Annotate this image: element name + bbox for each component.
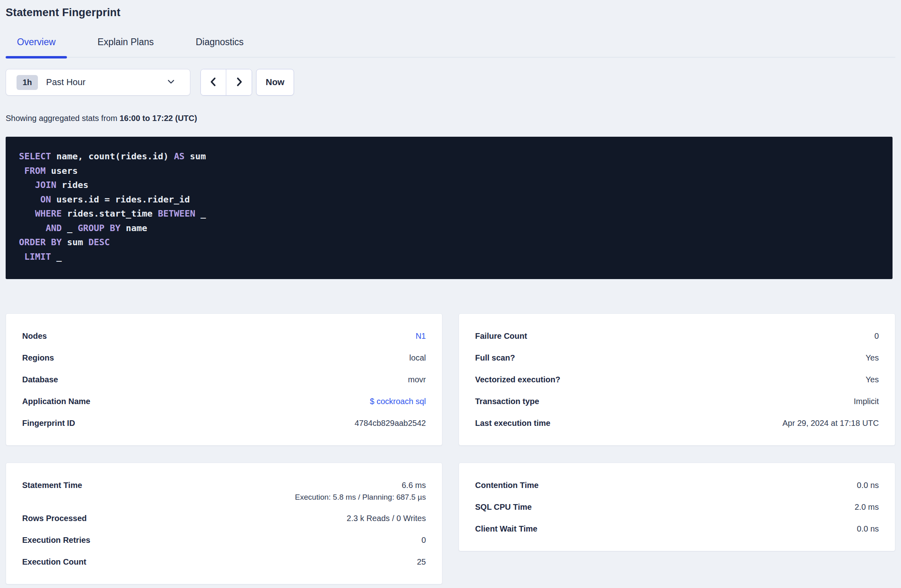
info-label: Execution Count xyxy=(22,557,86,567)
info-value-wrap: Apr 29, 2024 at 17:18 UTC xyxy=(782,419,879,428)
info-value-wrap: Yes xyxy=(866,375,879,384)
info-row: Rows Processed2.3 k Reads / 0 Writes xyxy=(22,507,426,529)
info-value: 2.0 ms xyxy=(855,503,879,511)
info-value-wrap: N1 xyxy=(415,332,426,341)
info-row: Regionslocal xyxy=(22,347,426,369)
info-row: Last execution timeApr 29, 2024 at 17:18… xyxy=(475,412,879,434)
statement-times-card: Statement Time6.6 msExecution: 5.8 ms / … xyxy=(6,463,442,584)
info-value: 2.3 k Reads / 0 Writes xyxy=(347,514,426,523)
prev-interval-button[interactable] xyxy=(201,69,226,95)
execution-attributes-card: Failure Count0Full scan?YesVectorized ex… xyxy=(459,313,895,446)
summary-cards: NodesN1RegionslocalDatabasemovrApplicati… xyxy=(6,313,895,584)
info-row: Execution Retries0 xyxy=(22,529,426,551)
info-value: 4784cb829aab2542 xyxy=(355,419,426,427)
info-label: Fingerprint ID xyxy=(22,419,75,428)
info-label: Vectorized execution? xyxy=(475,375,560,384)
time-controls: 1h Past Hour Now xyxy=(6,69,895,96)
info-value-wrap: movr xyxy=(408,375,426,384)
info-row: Client Wait Time0.0 ns xyxy=(475,518,879,540)
info-subvalue: Execution: 5.8 ms / Planning: 687.5 µs xyxy=(295,492,426,502)
tab-overview[interactable]: Overview xyxy=(6,37,67,57)
info-value: 0.0 ns xyxy=(857,481,879,490)
next-interval-button[interactable] xyxy=(226,69,252,95)
page-title: Statement Fingerprint xyxy=(6,6,895,19)
info-row: Transaction typeImplicit xyxy=(475,390,879,412)
info-row: Execution Count25 xyxy=(22,551,426,573)
info-value-wrap: Yes xyxy=(866,353,879,363)
tab-bar: Overview Explain Plans Diagnostics xyxy=(6,37,895,58)
info-row: Fingerprint ID4784cb829aab2542 xyxy=(22,412,426,434)
time-interval-dropdown[interactable]: 1h Past Hour xyxy=(6,69,190,96)
info-value-wrap: local xyxy=(409,353,426,363)
info-value-wrap: 0 xyxy=(421,536,426,545)
chevron-down-icon xyxy=(166,76,176,88)
info-value-wrap: 0.0 ns xyxy=(857,524,879,534)
info-value-wrap: 2.3 k Reads / 0 Writes xyxy=(347,514,426,523)
info-value-wrap: $ cockroach sql xyxy=(370,397,426,406)
sql-statement: SELECT name, count(rides.id) AS sum FROM… xyxy=(19,149,879,264)
info-value: Yes xyxy=(866,375,879,384)
wait-times-card: Contention Time0.0 nsSQL CPU Time2.0 msC… xyxy=(459,463,895,551)
aggregation-note: Showing aggregated stats from 16:00 to 1… xyxy=(6,114,895,123)
info-value: local xyxy=(409,353,426,362)
info-value-wrap: 25 xyxy=(417,557,426,567)
info-label: Full scan? xyxy=(475,353,515,363)
info-value: 25 xyxy=(417,557,426,566)
info-value-wrap: Implicit xyxy=(854,397,879,406)
info-row: Application Name$ cockroach sql xyxy=(22,390,426,412)
info-label: Rows Processed xyxy=(22,514,87,523)
info-label: Client Wait Time xyxy=(475,524,537,534)
info-row: Failure Count0 xyxy=(475,325,879,347)
info-row: Statement Time6.6 msExecution: 5.8 ms / … xyxy=(22,474,426,507)
interval-badge: 1h xyxy=(17,75,38,90)
info-row: NodesN1 xyxy=(22,325,426,347)
info-row: Full scan?Yes xyxy=(475,347,879,369)
info-value: 6.6 ms xyxy=(402,481,426,490)
aggregation-note-range: 16:00 to 17:22 (UTC) xyxy=(119,114,197,123)
info-value: Yes xyxy=(866,353,879,362)
aggregation-note-prefix: Showing aggregated stats from xyxy=(6,114,119,123)
info-label: Contention Time xyxy=(475,481,538,490)
info-label: Execution Retries xyxy=(22,536,90,545)
info-value: 0.0 ns xyxy=(857,524,879,533)
interval-step-buttons xyxy=(200,69,252,96)
info-value: Apr 29, 2024 at 17:18 UTC xyxy=(782,419,879,427)
info-value-wrap: 2.0 ms xyxy=(855,503,879,512)
info-value: 0 xyxy=(421,536,426,544)
tab-diagnostics[interactable]: Diagnostics xyxy=(184,37,255,57)
info-value-link[interactable]: $ cockroach sql xyxy=(370,397,426,406)
info-label: Last execution time xyxy=(475,419,551,428)
tab-explain-plans[interactable]: Explain Plans xyxy=(86,37,165,57)
chevron-left-icon xyxy=(208,76,219,89)
info-value-wrap: 0.0 ns xyxy=(857,481,879,490)
sql-statement-box: SELECT name, count(rides.id) AS sum FROM… xyxy=(6,137,893,279)
now-button[interactable]: Now xyxy=(256,69,294,96)
info-value-wrap: 4784cb829aab2542 xyxy=(355,419,426,428)
info-value-wrap: 6.6 msExecution: 5.8 ms / Planning: 687.… xyxy=(295,480,426,502)
info-value: movr xyxy=(408,375,426,384)
info-value-link[interactable]: N1 xyxy=(415,332,426,340)
info-row: SQL CPU Time2.0 ms xyxy=(475,496,879,518)
info-label: Database xyxy=(22,375,58,384)
info-label: Statement Time xyxy=(22,480,82,491)
info-label: Application Name xyxy=(22,397,90,406)
info-row: Contention Time0.0 ns xyxy=(475,474,879,496)
chevron-right-icon xyxy=(234,76,245,89)
info-row: Vectorized execution?Yes xyxy=(475,369,879,390)
interval-label: Past Hour xyxy=(46,77,166,88)
info-label: Nodes xyxy=(22,332,47,341)
info-value-wrap: 0 xyxy=(874,332,879,341)
info-label: Failure Count xyxy=(475,332,527,341)
statement-details-card: NodesN1RegionslocalDatabasemovrApplicati… xyxy=(6,313,442,446)
info-row: Databasemovr xyxy=(22,369,426,390)
info-label: Regions xyxy=(22,353,54,363)
info-label: Transaction type xyxy=(475,397,539,406)
info-value: Implicit xyxy=(854,397,879,406)
info-label: SQL CPU Time xyxy=(475,503,532,512)
info-value: 0 xyxy=(874,332,879,340)
